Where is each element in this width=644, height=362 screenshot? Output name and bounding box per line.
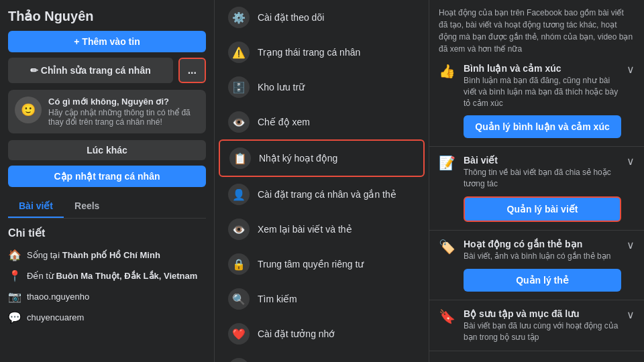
right-section-title-1: Bài viết xyxy=(464,155,621,166)
right-section-0: 👍 Bình luận và cảm xúc Bình luận mà bạn … xyxy=(429,55,644,147)
chevron-down-icon-1[interactable]: ∨ xyxy=(627,155,635,168)
avatar: 🙂 xyxy=(15,97,42,123)
menu-item-9[interactable]: ❤️ Cài đặt tưởng nhớ xyxy=(219,316,425,351)
details-section-title: Chi tiết xyxy=(8,227,206,239)
link-icon: 💬 xyxy=(8,311,21,324)
left-panel: Thảo Nguyên + Thêm vào tin ✏ Chỉnh sửa t… xyxy=(0,0,215,362)
later-button[interactable]: Lúc khác xyxy=(8,140,206,160)
menu-item-5[interactable]: 👤 Cài đặt trang cá nhân và gắn thẻ xyxy=(219,177,425,212)
middle-panel: ⚙️ Cài đặt theo dõi ⚠️ Trạng thái trang … xyxy=(215,0,429,362)
right-section-content-2: Hoạt động có gắn thẻ bạn Bài viết, ảnh v… xyxy=(464,239,621,292)
profile-name: Thảo Nguyên xyxy=(8,8,206,24)
menu-label-2: Kho lưu trữ xyxy=(258,82,305,93)
detail-hometown: 📍 Đến từ Buôn Ma Thuột, Đắk Lắk, Vietnam xyxy=(8,265,206,286)
detail-link: 💬 chuyencuarem xyxy=(8,307,206,328)
profile-tabs: Bài viết Reels xyxy=(8,195,206,219)
menu-icon-3: 👁️ xyxy=(228,111,250,133)
chevron-down-icon-0[interactable]: ∨ xyxy=(627,63,635,76)
instagram-handle: thaoo.nguyenho xyxy=(27,292,89,302)
menu-item-6[interactable]: 👁️ Xem lại bài viết và thẻ xyxy=(219,212,425,247)
menu-icon-1: ⚠️ xyxy=(228,42,250,63)
right-section-header-1: 📝 Bài viết Thông tin về bài viết bạn đã … xyxy=(439,155,635,222)
menu-icon-4: 📋 xyxy=(229,147,251,169)
right-icon-3: 🔖 xyxy=(439,308,455,324)
right-icon-0: 👍 xyxy=(439,63,455,79)
update-box: 🙂 Có gì mới không, Nguyên ơi? Hãy cập nh… xyxy=(8,90,206,133)
right-section-desc-2: Bài viết, ảnh và bình luận có gắn thẻ bạ… xyxy=(464,251,621,262)
detail-city: 🏠 Sống tại Thành phố Hồ Chí Minh xyxy=(8,245,206,265)
right-btn-0[interactable]: Quản lý bình luận và cảm xúc xyxy=(464,115,621,138)
right-icon-2: 🏷️ xyxy=(439,239,455,255)
location-icon: 📍 xyxy=(8,269,21,282)
menu-icon-0: ⚙️ xyxy=(228,7,250,28)
edit-profile-button[interactable]: ✏ Chỉnh sửa trang cá nhân xyxy=(8,58,173,83)
menu-icon-5: 👤 xyxy=(228,184,250,205)
right-btn-1[interactable]: Quản lý bài viết xyxy=(464,196,621,222)
chevron-down-icon-2[interactable]: ∨ xyxy=(627,239,635,251)
menu-icon-2: 🗄️ xyxy=(228,76,250,98)
right-section-header-3: 🔖 Bộ sưu tập và mục đã lưu Bài viết bạn … xyxy=(439,308,635,343)
right-section-title-0: Bình luận và cảm xúc xyxy=(464,63,621,74)
menu-item-3[interactable]: 👁️ Chế độ xem xyxy=(219,105,425,139)
menu-label-9: Cài đặt tưởng nhớ xyxy=(258,328,335,339)
menu-label-0: Cài đặt theo dõi xyxy=(258,12,324,23)
right-section-header-2: 🏷️ Hoạt động có gắn thẻ bạn Bài viết, ản… xyxy=(439,239,635,292)
menu-label-8: Tìm kiếm xyxy=(258,294,297,304)
menu-icon-7: 🔒 xyxy=(228,253,250,275)
menu-label-4: Nhật ký hoạt động xyxy=(259,153,337,164)
menu-icon-8: 🔍 xyxy=(228,288,250,310)
right-section-3: 🔖 Bộ sưu tập và mục đã lưu Bài viết bạn … xyxy=(429,300,644,352)
update-profile-button[interactable]: Cập nhật trang cá nhân xyxy=(8,166,206,187)
right-btn-2[interactable]: Quản lý thẻ xyxy=(464,269,621,292)
menu-label-3: Chế độ xem xyxy=(258,117,310,127)
right-sections: 👍 Bình luận và cảm xúc Bình luận mà bạn … xyxy=(429,55,644,351)
update-subtitle: Hãy cập nhật những thông tin có thể đã t… xyxy=(48,108,199,127)
right-icon-1: 📝 xyxy=(439,155,455,171)
right-section-title-2: Hoạt động có gắn thẻ bạn xyxy=(464,239,621,249)
right-section-content-1: Bài viết Thông tin về bài viết bạn đã ch… xyxy=(464,155,621,222)
update-box-text: Có gì mới không, Nguyên ơi? Hãy cập nhật… xyxy=(48,97,199,127)
menu-item-4[interactable]: 📋 Nhật ký hoạt động xyxy=(219,139,425,177)
menu-label-5: Cài đặt trang cá nhân và gắn thẻ xyxy=(258,189,396,200)
menu-label-6: Xem lại bài viết và thẻ xyxy=(258,224,352,235)
right-section-desc-3: Bài viết bạn đã lưu cùng với hoạt động c… xyxy=(464,320,621,343)
add-story-button[interactable]: + Thêm vào tin xyxy=(8,31,206,52)
detail-instagram: 📷 thaoo.nguyenho xyxy=(8,286,206,307)
tab-posts[interactable]: Bài viết xyxy=(8,195,64,218)
right-section-1: 📝 Bài viết Thông tin về bài viết bạn đã … xyxy=(429,147,644,231)
instagram-icon: 📷 xyxy=(8,290,21,303)
update-title: Có gì mới không, Nguyên ơi? xyxy=(48,97,199,107)
menu-item-1[interactable]: ⚠️ Trạng thái trang cá nhân xyxy=(219,35,425,70)
right-section-content-3: Bộ sưu tập và mục đã lưu Bài viết bạn đã… xyxy=(464,308,621,343)
menu-list: ⚙️ Cài đặt theo dõi ⚠️ Trạng thái trang … xyxy=(215,0,429,362)
edit-more-row: ✏ Chỉnh sửa trang cá nhân ... xyxy=(8,58,206,83)
menu-label-1: Trạng thái trang cá nhân xyxy=(258,47,360,58)
right-panel: Hoạt động của bạn trên Facebook bao gồm … xyxy=(429,0,644,362)
menu-item-8[interactable]: 🔍 Tìm kiếm xyxy=(219,282,425,316)
right-section-desc-0: Bình luận mà bạn đã đăng, cũng như bài v… xyxy=(464,75,621,109)
link-text: chuyencuarem xyxy=(27,312,84,322)
home-icon: 🏠 xyxy=(8,249,21,261)
menu-icon-6: 👁️ xyxy=(228,219,250,240)
chevron-down-icon-3[interactable]: ∨ xyxy=(627,308,635,321)
menu-label-7: Trung tâm quyền riêng tư xyxy=(258,259,364,269)
menu-icon-9: ❤️ xyxy=(228,323,250,345)
tab-reels[interactable]: Reels xyxy=(64,195,110,218)
more-options-button[interactable]: ... xyxy=(178,58,206,83)
right-section-content-0: Bình luận và cảm xúc Bình luận mà bạn đã… xyxy=(464,63,621,138)
menu-icon-10: 💼 xyxy=(228,358,250,362)
right-section-header-0: 👍 Bình luận và cảm xúc Bình luận mà bạn … xyxy=(439,63,635,138)
right-section-desc-1: Thông tin về bài viết bạn đã chia sẻ hoặ… xyxy=(464,167,621,190)
right-top-desc: Hoạt động của bạn trên Facebook bao gồm … xyxy=(429,0,644,55)
right-section-title-3: Bộ sưu tập và mục đã lưu xyxy=(464,308,621,319)
menu-item-0[interactable]: ⚙️ Cài đặt theo dõi xyxy=(219,0,425,35)
right-section-2: 🏷️ Hoạt động có gắn thẻ bạn Bài viết, ản… xyxy=(429,231,644,300)
menu-item-2[interactable]: 🗄️ Kho lưu trữ xyxy=(219,70,425,105)
menu-item-7[interactable]: 🔒 Trung tâm quyền riêng tư xyxy=(219,247,425,282)
menu-item-10[interactable]: 💼 Bật chế độ chuyên nghiệp xyxy=(219,351,425,362)
